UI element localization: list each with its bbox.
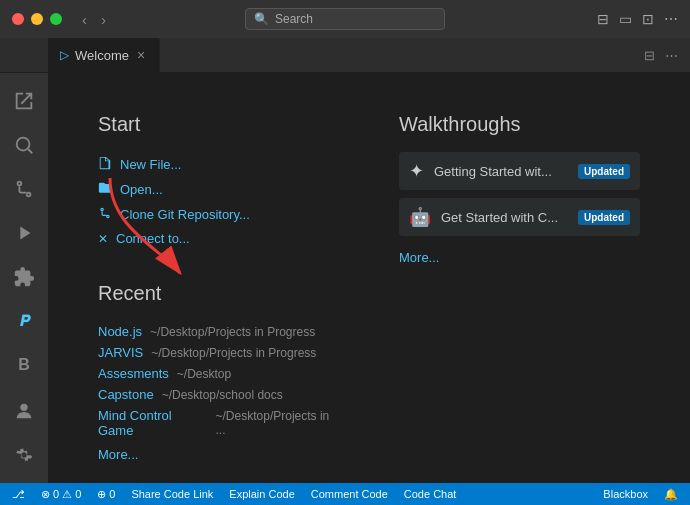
open-label: Open... <box>120 182 163 197</box>
right-column: Walkthroughs ✦ Getting Started wit... Up… <box>399 113 640 462</box>
recent-title: Recent <box>98 282 339 305</box>
recent-path-4: ~/Desktop/Projects in ... <box>216 409 339 437</box>
recent-name-4: Mind Control Game <box>98 408 208 438</box>
walkthrough-item-1[interactable]: 🤖 Get Started with C... Updated <box>399 198 640 236</box>
connect-label: Connect to... <box>116 231 190 246</box>
content-area: Start New File... Open... <box>48 73 690 483</box>
walkthroughs-more-link[interactable]: More... <box>399 250 439 265</box>
clone-git-label: Clone Git Repository... <box>120 207 250 222</box>
open-action[interactable]: Open... <box>98 177 339 202</box>
sidebar-item-search[interactable] <box>4 125 44 165</box>
python-symbol: 𝙋 <box>19 312 29 330</box>
connect-to-action[interactable]: ✕ Connect to... <box>98 227 339 250</box>
explain-code-item[interactable]: Explain Code <box>225 483 298 505</box>
more-tabs-icon[interactable]: ⋯ <box>665 48 678 63</box>
svg-line-1 <box>28 149 32 153</box>
split-editor-icon[interactable]: ⊟ <box>597 11 609 27</box>
code-chat-label: Code Chat <box>404 488 457 500</box>
tabbar: ▷ Welcome × ⊟ ⋯ <box>0 38 690 73</box>
recent-item-2[interactable]: Assesments ~/Desktop <box>98 363 339 384</box>
sidebar-item-account[interactable] <box>4 391 44 431</box>
start-title: Start <box>98 113 339 136</box>
left-column: Start New File... Open... <box>98 113 339 462</box>
error-count: 0 <box>53 488 59 500</box>
recent-name-3: Capstone <box>98 387 154 402</box>
share-code-label: Share Code Link <box>131 488 213 500</box>
blackbox-label: Blackbox <box>603 488 648 500</box>
maximize-button[interactable] <box>50 13 62 25</box>
sidebar-item-blackbox[interactable]: B <box>4 345 44 385</box>
sidebar-item-run[interactable] <box>4 213 44 253</box>
blackbox-item[interactable]: Blackbox <box>599 483 652 505</box>
layout-icon[interactable]: ▭ <box>619 11 632 27</box>
recent-more-link[interactable]: More... <box>98 447 138 462</box>
walkthroughs-title: Walkthroughs <box>399 113 640 136</box>
new-file-action[interactable]: New File... <box>98 152 339 177</box>
branch-icon: ⎇ <box>12 488 25 501</box>
activitybar-bottom <box>4 391 44 483</box>
recent-path-2: ~/Desktop <box>177 367 231 381</box>
recent-name-1: JARVIS <box>98 345 143 360</box>
branch-item[interactable]: ⎇ <box>8 483 29 505</box>
statusbar-right: Blackbox 🔔 <box>599 483 682 505</box>
svg-point-0 <box>17 138 30 151</box>
walkthrough-badge-1: Updated <box>578 210 630 225</box>
welcome-tab[interactable]: ▷ Welcome × <box>48 38 160 73</box>
comment-code-item[interactable]: Comment Code <box>307 483 392 505</box>
sidebar-item-python[interactable]: 𝙋 <box>4 301 44 341</box>
remote-item[interactable]: ⊕ 0 <box>93 483 119 505</box>
explain-code-label: Explain Code <box>229 488 294 500</box>
recent-path-1: ~/Desktop/Projects in Progress <box>151 346 316 360</box>
tabbar-right: ⊟ ⋯ <box>644 48 690 63</box>
comment-code-label: Comment Code <box>311 488 388 500</box>
walkthrough-icon-0: ✦ <box>409 160 424 182</box>
split-view-icon[interactable]: ⊟ <box>644 48 655 63</box>
walkthrough-item-0[interactable]: ✦ Getting Started wit... Updated <box>399 152 640 190</box>
more-icon[interactable]: ⋯ <box>664 11 678 27</box>
errors-item[interactable]: ⊗ 0 ⚠ 0 <box>37 483 85 505</box>
nav-buttons: ‹ › <box>78 9 110 30</box>
recent-name-2: Assesments <box>98 366 169 381</box>
clone-git-action[interactable]: Clone Git Repository... <box>98 202 339 227</box>
notification-bell-item[interactable]: 🔔 <box>660 483 682 505</box>
remote-icon: ⊕ <box>97 488 106 501</box>
walkthrough-icon-1: 🤖 <box>409 206 431 228</box>
bell-icon: 🔔 <box>664 488 678 501</box>
recent-item-4[interactable]: Mind Control Game ~/Desktop/Projects in … <box>98 405 339 441</box>
activitybar: 𝙋 B <box>0 73 48 483</box>
walkthrough-label-0: Getting Started wit... <box>434 164 568 179</box>
sidebar-item-settings[interactable] <box>4 435 44 475</box>
open-icon <box>98 181 112 198</box>
recent-name-0: Node.js <box>98 324 142 339</box>
sidebar-item-extensions[interactable] <box>4 257 44 297</box>
walkthrough-label-1: Get Started with C... <box>441 210 568 225</box>
close-button[interactable] <box>12 13 24 25</box>
code-chat-item[interactable]: Code Chat <box>400 483 461 505</box>
two-column-layout: Start New File... Open... <box>98 113 640 462</box>
tab-close-button[interactable]: × <box>135 47 147 63</box>
blackbox-symbol: B <box>18 356 30 374</box>
recent-item-0[interactable]: Node.js ~/Desktop/Projects in Progress <box>98 321 339 342</box>
statusbar-left: ⎇ ⊗ 0 ⚠ 0 ⊕ 0 Share Code Link Explain Co… <box>8 483 460 505</box>
titlebar-actions: ⊟ ▭ ⊡ ⋯ <box>597 11 678 27</box>
forward-button[interactable]: › <box>97 9 110 30</box>
sidebar-item-explorer[interactable] <box>4 81 44 121</box>
new-file-icon <box>98 156 112 173</box>
share-code-item[interactable]: Share Code Link <box>127 483 217 505</box>
statusbar: ⎇ ⊗ 0 ⚠ 0 ⊕ 0 Share Code Link Explain Co… <box>0 483 690 505</box>
walkthrough-badge-0: Updated <box>578 164 630 179</box>
main-area: 𝙋 B Start <box>0 73 690 483</box>
new-file-label: New File... <box>120 157 181 172</box>
sidebar-item-source-control[interactable] <box>4 169 44 209</box>
clone-git-icon <box>98 206 112 223</box>
warning-count: 0 <box>75 488 81 500</box>
recent-item-1[interactable]: JARVIS ~/Desktop/Projects in Progress <box>98 342 339 363</box>
back-button[interactable]: ‹ <box>78 9 91 30</box>
panel-icon[interactable]: ⊡ <box>642 11 654 27</box>
recent-item-3[interactable]: Capstone ~/Desktop/school docs <box>98 384 339 405</box>
search-bar[interactable]: 🔍 Search <box>245 8 445 30</box>
search-placeholder: Search <box>275 12 313 26</box>
warning-icon: ⚠ <box>62 488 72 501</box>
minimize-button[interactable] <box>31 13 43 25</box>
recent-path-0: ~/Desktop/Projects in Progress <box>150 325 315 339</box>
